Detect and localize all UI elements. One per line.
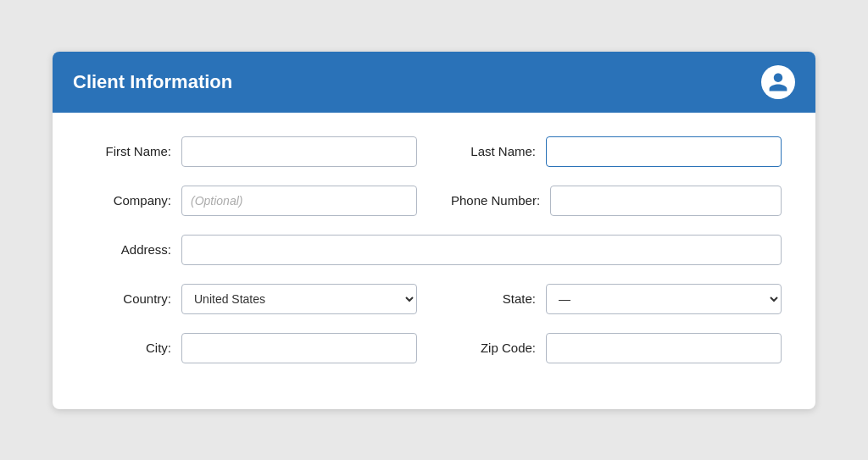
client-information-card: Client Information First Name: Last Name…: [53, 52, 815, 409]
avatar-icon: [761, 65, 795, 99]
last-name-input[interactable]: [546, 136, 782, 167]
row-company-phone: Company: Phone Number:: [86, 186, 782, 216]
group-country: Country: United States Canada United Kin…: [86, 284, 417, 314]
group-state: State: — Alabama Alaska Arizona Californ…: [451, 284, 782, 314]
group-first-name: First Name:: [86, 136, 417, 167]
state-label: State:: [451, 291, 536, 306]
person-icon: [767, 71, 789, 93]
company-input[interactable]: [181, 186, 417, 216]
country-select[interactable]: United States Canada United Kingdom Aust…: [181, 284, 417, 314]
phone-input[interactable]: [550, 186, 782, 216]
city-input[interactable]: [181, 333, 417, 363]
zip-input[interactable]: [546, 333, 782, 363]
group-phone: Phone Number:: [451, 186, 782, 216]
first-name-input[interactable]: [181, 136, 417, 167]
last-name-label: Last Name:: [451, 144, 536, 158]
group-zip: Zip Code:: [451, 333, 782, 363]
row-country-state: Country: United States Canada United Kin…: [86, 284, 782, 314]
card-body: First Name: Last Name: Company: Phone Nu…: [53, 113, 815, 409]
row-name: First Name: Last Name:: [86, 136, 782, 167]
group-city: City:: [86, 333, 417, 363]
group-company: Company:: [86, 186, 417, 216]
zip-label: Zip Code:: [451, 341, 536, 355]
row-address: Address:: [86, 235, 782, 265]
address-label: Address:: [86, 242, 171, 257]
first-name-label: First Name:: [86, 144, 171, 158]
card-title: Client Information: [73, 71, 232, 93]
country-label: Country:: [86, 291, 171, 306]
city-label: City:: [86, 341, 171, 355]
phone-label: Phone Number:: [451, 193, 540, 208]
group-last-name: Last Name:: [451, 136, 782, 167]
address-input[interactable]: [181, 235, 782, 265]
row-city-zip: City: Zip Code:: [86, 333, 782, 363]
company-label: Company:: [86, 193, 171, 208]
card-header: Client Information: [53, 52, 815, 113]
group-address: Address:: [86, 235, 782, 265]
state-select[interactable]: — Alabama Alaska Arizona California Colo…: [546, 284, 782, 314]
